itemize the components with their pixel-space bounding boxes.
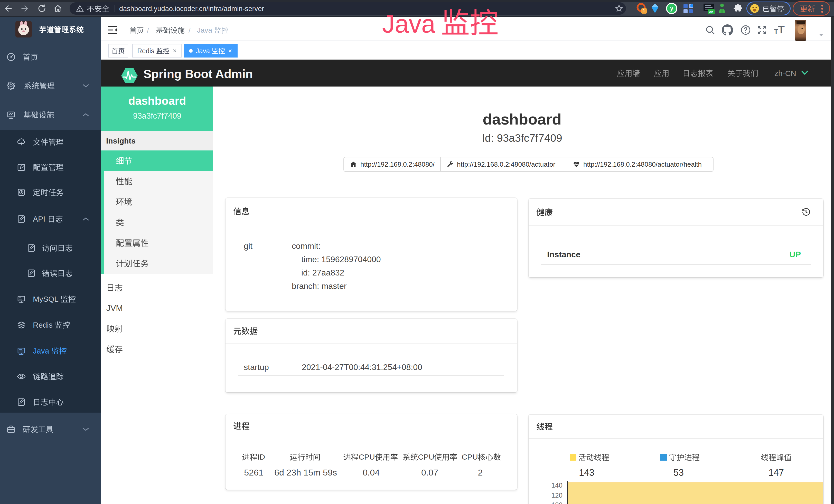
svg-text:1: 1 <box>643 9 645 13</box>
svg-text:on: on <box>709 10 713 14</box>
svg-text:y: y <box>670 5 674 12</box>
